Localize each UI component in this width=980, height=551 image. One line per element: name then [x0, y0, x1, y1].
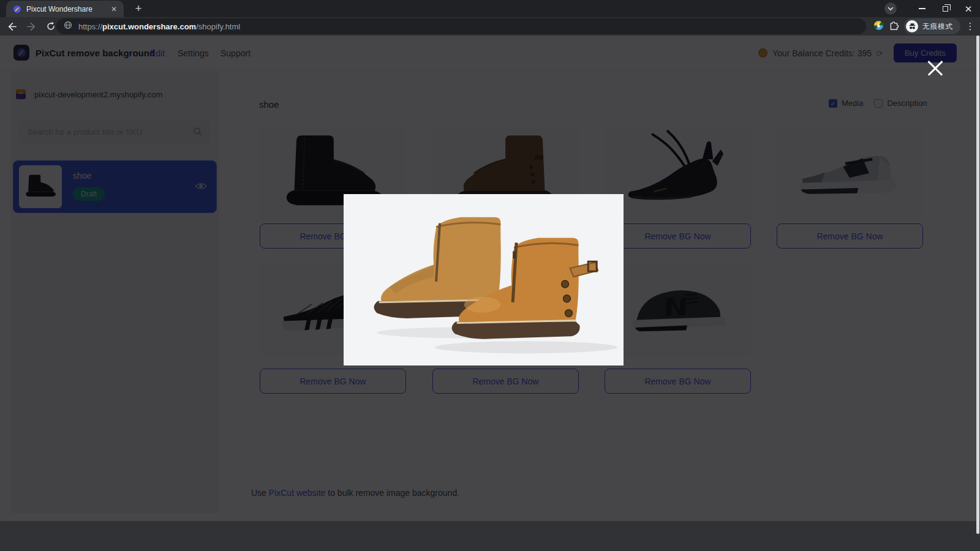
preview-image-tan-boots [344, 194, 624, 365]
site-info-icon[interactable] [64, 21, 72, 32]
incognito-icon [906, 20, 918, 32]
tab-search-icon[interactable] [884, 2, 897, 15]
url-path: /shopify.html [196, 22, 240, 31]
modal-close-icon[interactable] [924, 58, 946, 80]
back-button[interactable] [4, 18, 20, 34]
browser-menu-icon[interactable]: ⋮ [965, 21, 975, 32]
incognito-label: 无痕模式 [922, 22, 953, 31]
page-scrollbar[interactable] [976, 36, 979, 534]
browser-tabstrip: Pixcut Wondershare ✕ + ✕ [0, 0, 980, 17]
page-viewport: PixCut remove background Edit Settings S… [0, 36, 980, 551]
browser-toolbar: https://pixcut.wondershare.com/shopify.h… [0, 17, 980, 36]
incognito-badge: 无痕模式 [904, 18, 960, 34]
url-scheme: https:// [78, 22, 102, 31]
new-tab-button[interactable]: + [131, 2, 146, 17]
window-minimize-button[interactable] [910, 1, 933, 17]
window-close-button[interactable]: ✕ [957, 1, 980, 17]
tab-close-icon[interactable]: ✕ [109, 4, 119, 14]
tab-favicon [13, 5, 21, 13]
forward-button[interactable] [23, 18, 39, 34]
download-manager-extension-icon[interactable] [873, 20, 884, 33]
window-restore-button[interactable] [933, 1, 957, 17]
tab-title: Pixcut Wondershare [26, 5, 109, 13]
url-bar[interactable]: https://pixcut.wondershare.com/shopify.h… [56, 18, 866, 34]
extensions-icon[interactable] [889, 20, 899, 33]
browser-tab[interactable]: Pixcut Wondershare ✕ [6, 1, 124, 17]
image-preview-modal [344, 194, 624, 365]
url-host: pixcut.wondershare.com [102, 22, 196, 31]
